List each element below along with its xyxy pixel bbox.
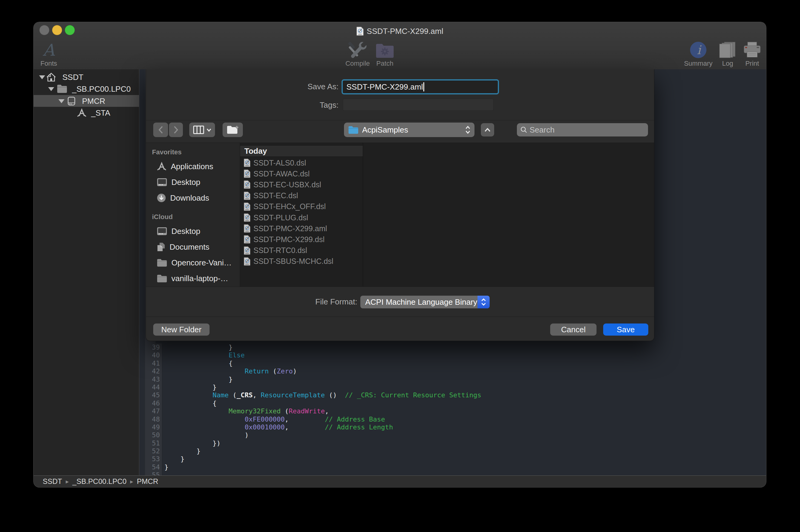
save-as-label: Save As:: [308, 82, 338, 91]
document-icon: [244, 158, 250, 167]
line-number: 50: [145, 431, 162, 439]
file-format-popup[interactable]: ACPI Machine Language Binary: [360, 296, 490, 308]
toolbar-log-button[interactable]: Log: [717, 41, 738, 68]
file-row[interactable]: SSDT-RTC0.dsl: [240, 245, 363, 256]
line-number: 42: [145, 367, 162, 375]
popup-chevrons-icon: [478, 296, 490, 308]
line-number: 51: [145, 439, 162, 447]
line-number: 54: [145, 463, 162, 471]
fonts-icon: A: [43, 41, 55, 58]
line-number: 40: [145, 352, 162, 359]
tags-input[interactable]: [343, 99, 494, 111]
folder-icon: [157, 274, 167, 283]
view-mode-button[interactable]: [189, 122, 215, 137]
disclosure-triangle-icon[interactable]: [48, 87, 54, 91]
code-line: 51 }): [139, 439, 766, 447]
toolbar-print-button[interactable]: Print: [741, 41, 763, 68]
tree-item-sta[interactable]: _STA: [34, 107, 139, 119]
summary-info-icon: i: [690, 41, 707, 58]
document-icon: [244, 224, 250, 233]
toolbar-patch-button[interactable]: Patch: [374, 41, 396, 68]
document-icon: [244, 192, 250, 200]
disclosure-triangle-icon[interactable]: [39, 75, 45, 79]
compile-tools-icon: [348, 41, 368, 58]
tags-label: Tags:: [320, 100, 338, 110]
breadcrumb-item[interactable]: SSDT: [43, 477, 62, 486]
sidebar-item-downloads[interactable]: Downloads: [146, 191, 240, 205]
document-icon: [244, 203, 250, 211]
breadcrumb-item[interactable]: _SB.PC00.LPC0: [72, 477, 127, 486]
file-row[interactable]: SSDT-EC.dsl: [240, 190, 363, 201]
code-line: 54}: [139, 463, 766, 471]
downloads-icon: [157, 193, 166, 203]
window-title: SSDT-PMC-X299.aml: [367, 26, 443, 36]
chevron-down-icon: [206, 128, 211, 132]
toolbar-summary-button[interactable]: i Summary: [679, 41, 717, 68]
document-icon: [244, 180, 250, 189]
blue-folder-icon: [348, 126, 358, 134]
breadcrumb-chevron-icon: ▸: [130, 478, 133, 485]
file-format-label: File Format:: [315, 297, 357, 307]
file-format-value: ACPI Machine Language Binary: [365, 298, 477, 307]
divider: [146, 317, 654, 317]
divider: [146, 120, 654, 120]
file-row[interactable]: SSDT-PLUG.dsl: [240, 212, 363, 223]
sidebar-item-documents[interactable]: Documents: [146, 240, 240, 254]
sidebar-item-icloud-desktop[interactable]: Desktop: [146, 224, 240, 239]
document-icon: [244, 257, 250, 266]
titlebar: SSDT-PMC-X299.aml: [34, 22, 766, 40]
tree-item-sb-pc00-lpc0[interactable]: _SB.PC00.LPC0: [34, 83, 139, 95]
file-row[interactable]: SSDT-ALS0.dsl: [240, 157, 363, 168]
save-as-input[interactable]: SSDT-PMC-X299.aml: [341, 79, 499, 94]
chevron-up-icon: [484, 128, 490, 132]
code-line: 47 Memory32Fixed (ReadWrite,: [139, 407, 766, 415]
file-row[interactable]: SSDT-EHCx_OFF.dsl: [240, 201, 363, 212]
toolbar-compile-button[interactable]: Compile: [339, 41, 376, 68]
code-line: 48 0xFE000000, // Address Base: [139, 416, 766, 423]
up-directory-button[interactable]: [481, 123, 494, 136]
back-button[interactable]: [153, 122, 168, 137]
save-button[interactable]: Save: [603, 323, 648, 336]
sidebar-item-applications[interactable]: Applications: [146, 159, 240, 174]
toolbar-fonts-button[interactable]: A Fonts: [36, 41, 61, 68]
tree-item-ssdt[interactable]: SSDT: [34, 71, 139, 83]
sidebar-item-vanilla-laptop-folder[interactable]: vanilla-laptop-…: [146, 271, 240, 286]
location-popup[interactable]: AcpiSamples: [344, 122, 475, 137]
code-line: 41 {: [139, 360, 766, 367]
file-row[interactable]: SSDT-SBUS-MCHC.dsl: [240, 256, 363, 267]
text-caret: [423, 82, 424, 91]
search-input[interactable]: Search: [517, 123, 648, 136]
document-icon: [244, 235, 250, 244]
file-row[interactable]: SSDT-PMC-X299.aml: [240, 223, 363, 234]
new-folder-icon-button[interactable]: [223, 122, 243, 137]
chevron-left-icon: [159, 126, 163, 134]
sidebar-item-opencore-folder[interactable]: Opencore-Vani…: [146, 255, 240, 270]
file-row[interactable]: SSDT-AWAC.dsl: [240, 168, 363, 179]
acpi-tree-sidebar: SSDT _SB.PC00.LPC0 PMCR: [34, 69, 139, 475]
file-name: SSDT-ALS0.dsl: [254, 158, 306, 167]
print-icon: [743, 41, 761, 58]
disclosure-triangle-icon[interactable]: [58, 99, 64, 103]
line-number: 41: [145, 360, 162, 367]
code-line: 53 }: [139, 455, 766, 463]
document-icon: [244, 213, 250, 222]
breadcrumb-item[interactable]: PMCR: [137, 477, 159, 486]
document-icon: [244, 169, 250, 178]
maciasl-window: SSDT-PMC-X299.aml A Fonts Compile: [33, 22, 766, 488]
window-chrome: SSDT-PMC-X299.aml A Fonts Compile: [34, 22, 766, 70]
file-name: SSDT-RTC0.dsl: [254, 246, 307, 255]
new-folder-button[interactable]: New Folder: [153, 323, 209, 336]
line-number: 39: [145, 343, 162, 352]
file-name: SSDT-AWAC.dsl: [254, 169, 310, 178]
file-row[interactable]: SSDT-PMC-X299.dsl: [240, 234, 363, 245]
cancel-button[interactable]: Cancel: [550, 323, 596, 336]
sidebar-item-desktop[interactable]: Desktop: [146, 175, 240, 189]
tree-item-pmcr-selected[interactable]: PMCR: [34, 95, 139, 107]
code-line: 50 ): [139, 431, 766, 439]
line-number: 43: [145, 376, 162, 383]
file-name: SSDT-EHCx_OFF.dsl: [254, 202, 326, 211]
forward-button[interactable]: [169, 122, 183, 137]
line-number: 52: [145, 447, 162, 455]
popup-chevrons-icon: [465, 126, 470, 134]
file-row[interactable]: SSDT-EC-USBX.dsl: [240, 179, 363, 190]
